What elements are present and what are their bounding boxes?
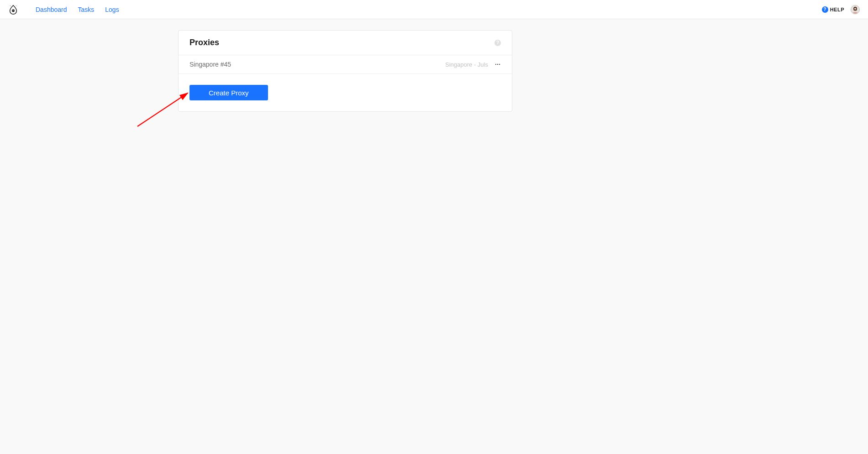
svg-point-4 bbox=[16, 5, 16, 6]
main-content: Proxies ? Singapore #45 Singapore - Juls… bbox=[0, 19, 868, 112]
navbar-left: Dashboard Tasks Logs bbox=[8, 5, 119, 15]
nav-link-tasks[interactable]: Tasks bbox=[78, 6, 95, 13]
proxy-name: Singapore #45 bbox=[189, 61, 231, 68]
svg-point-2 bbox=[13, 10, 14, 10]
proxy-row[interactable]: Singapore #45 Singapore - Juls bbox=[179, 55, 512, 74]
top-navbar: Dashboard Tasks Logs ? HELP bbox=[0, 0, 868, 19]
svg-point-3 bbox=[10, 5, 11, 6]
svg-point-10 bbox=[499, 64, 500, 65]
svg-point-9 bbox=[497, 64, 498, 65]
proxies-card: Proxies ? Singapore #45 Singapore - Juls… bbox=[178, 30, 512, 112]
create-proxy-button[interactable]: Create Proxy bbox=[189, 85, 268, 100]
svg-point-0 bbox=[12, 9, 15, 12]
app-logo-icon[interactable] bbox=[8, 5, 18, 15]
help-button[interactable]: ? HELP bbox=[822, 6, 844, 13]
help-label: HELP bbox=[830, 7, 844, 12]
proxy-meta: Singapore - Juls bbox=[445, 61, 488, 68]
more-icon[interactable] bbox=[494, 61, 501, 68]
card-footer: Create Proxy bbox=[179, 74, 512, 111]
user-avatar[interactable] bbox=[851, 5, 860, 14]
nav-links: Dashboard Tasks Logs bbox=[36, 6, 119, 13]
navbar-right: ? HELP bbox=[822, 5, 860, 14]
svg-point-8 bbox=[495, 64, 496, 65]
card-header: Proxies ? bbox=[179, 31, 512, 55]
nav-link-dashboard[interactable]: Dashboard bbox=[36, 6, 67, 13]
help-icon: ? bbox=[822, 6, 828, 13]
card-title: Proxies bbox=[189, 38, 219, 47]
card-help-icon[interactable]: ? bbox=[494, 40, 501, 46]
svg-point-7 bbox=[854, 8, 856, 10]
nav-link-logs[interactable]: Logs bbox=[105, 6, 119, 13]
svg-point-1 bbox=[12, 10, 13, 10]
proxy-row-right: Singapore - Juls bbox=[445, 61, 501, 68]
